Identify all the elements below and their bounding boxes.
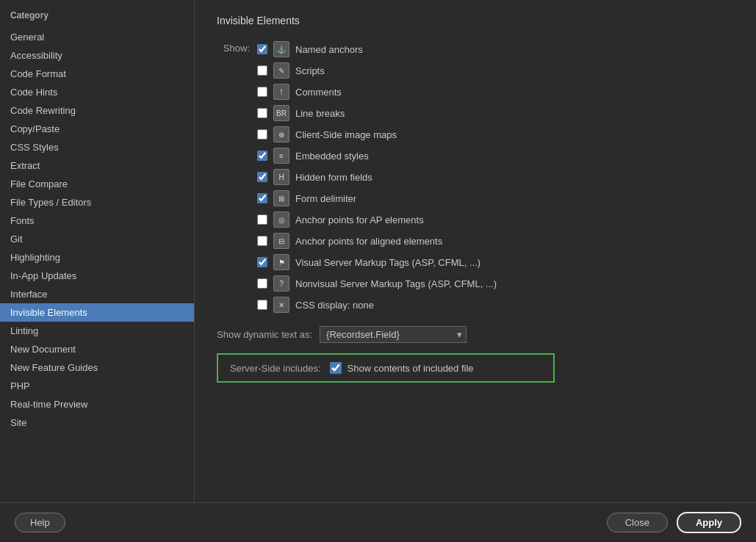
label-css-display-none: CSS display: none bbox=[295, 300, 374, 311]
server-side-checkbox[interactable] bbox=[330, 362, 342, 374]
icon-scripts: ✎ bbox=[273, 62, 289, 79]
label-nonvisual-server-markup: Nonvisual Server Markup Tags (ASP, CFML,… bbox=[295, 278, 497, 289]
server-side-checkbox-label: Show contents of included file bbox=[348, 363, 474, 374]
sidebar-item-linting[interactable]: Linting bbox=[0, 322, 194, 340]
checkbox-anchor-points-aligned[interactable] bbox=[257, 236, 267, 246]
icon-embedded-styles: ≡ bbox=[273, 148, 289, 164]
checkbox-row-visual-server-markup: ⚑Visual Server Markup Tags (ASP, CFML, .… bbox=[257, 254, 497, 270]
sidebar-item-invisible-elements[interactable]: Invisible Elements bbox=[0, 303, 194, 322]
checkbox-row-embedded-styles: ≡Embedded styles bbox=[257, 148, 497, 164]
sidebar-item-php[interactable]: PHP bbox=[0, 377, 194, 395]
category-sidebar: Category GeneralAccessibilityCode Format… bbox=[0, 0, 195, 502]
checkboxes-col: ⚓Named anchors✎Scripts!CommentsBRLine br… bbox=[257, 41, 497, 313]
sidebar-item-copy-paste[interactable]: Copy/Paste bbox=[0, 120, 194, 138]
sidebar-item-code-rewriting[interactable]: Code Rewriting bbox=[0, 101, 194, 120]
section-title: Invisible Elements bbox=[217, 15, 734, 26]
checkbox-hidden-form-fields[interactable] bbox=[257, 172, 267, 182]
icon-visual-server-markup: ⚑ bbox=[273, 254, 289, 270]
checkbox-visual-server-markup[interactable] bbox=[257, 257, 267, 267]
label-form-delimiter: Form delimiter bbox=[295, 193, 356, 204]
dynamic-text-label: Show dynamic text as: bbox=[217, 329, 312, 340]
sidebar-item-realtime-preview[interactable]: Real-time Preview bbox=[0, 395, 194, 413]
label-named-anchors: Named anchors bbox=[295, 44, 363, 55]
server-side-check-row: Show contents of included file bbox=[330, 362, 474, 374]
checkbox-named-anchors[interactable] bbox=[257, 44, 267, 54]
checkbox-row-line-breaks: BRLine breaks bbox=[257, 105, 497, 121]
label-anchor-points-ap: Anchor points for AP elements bbox=[295, 214, 424, 225]
sidebar-item-interface[interactable]: Interface bbox=[0, 285, 194, 303]
icon-comments: ! bbox=[273, 84, 289, 100]
dynamic-text-row: Show dynamic text as: {Recordset.Field}{… bbox=[217, 326, 734, 343]
label-scripts: Scripts bbox=[295, 65, 325, 76]
checkbox-row-anchor-points-ap: ◎Anchor points for AP elements bbox=[257, 212, 497, 228]
checkbox-row-client-side-image-maps: ⊕Client-Side image maps bbox=[257, 126, 497, 142]
label-comments: Comments bbox=[295, 87, 342, 98]
sidebar-item-site[interactable]: Site bbox=[0, 413, 194, 432]
checkbox-comments[interactable] bbox=[257, 87, 267, 97]
checkbox-css-display-none[interactable] bbox=[257, 300, 267, 310]
checkbox-anchor-points-ap[interactable] bbox=[257, 214, 267, 225]
checkbox-row-css-display-none: ✕CSS display: none bbox=[257, 297, 497, 313]
sidebar-item-extract[interactable]: Extract bbox=[0, 156, 194, 175]
apply-button[interactable]: Apply bbox=[677, 512, 741, 533]
sidebar-item-code-format[interactable]: Code Format bbox=[0, 65, 194, 83]
icon-anchor-points-aligned: ⊟ bbox=[273, 233, 289, 249]
sidebar-item-new-document[interactable]: New Document bbox=[0, 340, 194, 358]
sidebar-item-general[interactable]: General bbox=[0, 28, 194, 46]
checkbox-nonvisual-server-markup[interactable] bbox=[257, 278, 267, 289]
icon-anchor-points-ap: ◎ bbox=[273, 212, 289, 228]
preferences-dialog: Category GeneralAccessibilityCode Format… bbox=[0, 0, 756, 542]
dynamic-text-select-wrapper: {Recordset.Field}{Record.Field}{{Field}} bbox=[320, 326, 467, 343]
main-panel: Invisible Elements Show: ⚓Named anchors✎… bbox=[195, 0, 756, 502]
help-button[interactable]: Help bbox=[15, 513, 65, 532]
server-side-box: Server-Side includes: Show contents of i… bbox=[217, 353, 555, 383]
label-line-breaks: Line breaks bbox=[295, 108, 345, 119]
checkbox-line-breaks[interactable] bbox=[257, 108, 267, 118]
checkbox-scripts[interactable] bbox=[257, 65, 267, 76]
checkbox-embedded-styles[interactable] bbox=[257, 151, 267, 161]
close-button[interactable]: Close bbox=[607, 513, 668, 532]
sidebar-item-code-hints[interactable]: Code Hints bbox=[0, 83, 194, 101]
server-side-label: Server-Side includes: bbox=[230, 363, 321, 374]
icon-client-side-image-maps: ⊕ bbox=[273, 126, 289, 142]
checkbox-form-delimiter[interactable] bbox=[257, 193, 267, 203]
sidebar-item-git[interactable]: Git bbox=[0, 230, 194, 248]
sidebar-item-new-feature-guides[interactable]: New Feature Guides bbox=[0, 358, 194, 377]
label-anchor-points-aligned: Anchor points for aligned elements bbox=[295, 236, 442, 247]
icon-css-display-none: ✕ bbox=[273, 297, 289, 313]
icon-form-delimiter: ⊞ bbox=[273, 190, 289, 206]
category-header: Category bbox=[0, 6, 194, 28]
sidebar-item-highlighting[interactable]: Highlighting bbox=[0, 248, 194, 267]
sidebar-item-in-app-updates[interactable]: In-App Updates bbox=[0, 267, 194, 285]
checkbox-client-side-image-maps[interactable] bbox=[257, 129, 267, 140]
show-row: Show: ⚓Named anchors✎Scripts!CommentsBRL… bbox=[217, 41, 734, 313]
checkbox-row-nonvisual-server-markup: ?Nonvisual Server Markup Tags (ASP, CFML… bbox=[257, 275, 497, 292]
icon-nonvisual-server-markup: ? bbox=[273, 275, 289, 292]
checkbox-row-comments: !Comments bbox=[257, 84, 497, 100]
icon-line-breaks: BR bbox=[273, 105, 289, 121]
checkbox-row-anchor-points-aligned: ⊟Anchor points for aligned elements bbox=[257, 233, 497, 249]
footer: Help Close Apply bbox=[0, 502, 756, 542]
label-embedded-styles: Embedded styles bbox=[295, 151, 369, 162]
label-visual-server-markup: Visual Server Markup Tags (ASP, CFML, ..… bbox=[295, 257, 480, 268]
sidebar-item-file-types-editors[interactable]: File Types / Editors bbox=[0, 193, 194, 212]
sidebar-item-file-compare[interactable]: File Compare bbox=[0, 175, 194, 193]
checkbox-row-hidden-form-fields: HHidden form fields bbox=[257, 169, 497, 185]
show-label: Show: bbox=[217, 41, 257, 54]
sidebar-item-css-styles[interactable]: CSS Styles bbox=[0, 138, 194, 156]
label-client-side-image-maps: Client-Side image maps bbox=[295, 129, 397, 140]
checkbox-row-named-anchors: ⚓Named anchors bbox=[257, 41, 497, 57]
icon-hidden-form-fields: H bbox=[273, 169, 289, 185]
sidebar-item-accessibility[interactable]: Accessibility bbox=[0, 46, 194, 65]
sidebar-item-fonts[interactable]: Fonts bbox=[0, 212, 194, 230]
icon-named-anchors: ⚓ bbox=[273, 41, 289, 57]
dynamic-text-select[interactable]: {Recordset.Field}{Record.Field}{{Field}} bbox=[320, 326, 467, 343]
label-hidden-form-fields: Hidden form fields bbox=[295, 172, 372, 183]
checkbox-row-scripts: ✎Scripts bbox=[257, 62, 497, 79]
checkbox-row-form-delimiter: ⊞Form delimiter bbox=[257, 190, 497, 206]
